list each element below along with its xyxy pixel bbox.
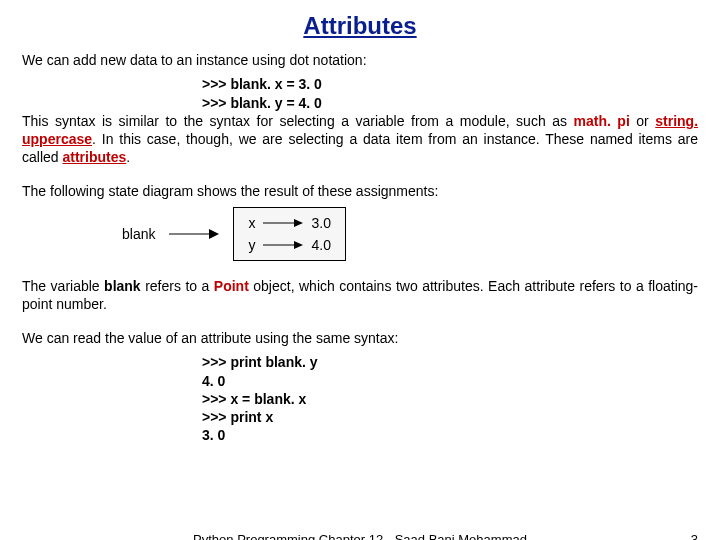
attribute-row: y 4.0 — [248, 236, 330, 254]
svg-marker-1 — [209, 229, 219, 239]
body-paragraph: The variable blank refers to a Point obj… — [22, 277, 698, 313]
state-diagram: blank x 3.0 y 4.0 — [122, 207, 698, 261]
attr-name: y — [248, 236, 255, 254]
attribute-row: x 3.0 — [248, 214, 330, 232]
code-line: 3. 0 — [202, 426, 698, 444]
page-title: Attributes — [22, 10, 698, 41]
svg-marker-3 — [294, 219, 303, 227]
code-line: >>> x = blank. x — [202, 390, 698, 408]
attr-value: 4.0 — [311, 236, 330, 254]
arrow-right-icon — [263, 239, 303, 251]
inline-type: Point — [214, 278, 249, 294]
code-line: >>> blank. y = 4. 0 — [202, 94, 698, 112]
page-number: 3 — [691, 532, 698, 540]
object-box: x 3.0 y 4.0 — [233, 207, 345, 261]
body-paragraph: This syntax is similar to the syntax for… — [22, 112, 698, 167]
diagram-caption: The following state diagram shows the re… — [22, 182, 698, 200]
code-line: >>> print blank. y — [202, 353, 698, 371]
code-line: 4. 0 — [202, 372, 698, 390]
attr-value: 3.0 — [311, 214, 330, 232]
attr-name: x — [248, 214, 255, 232]
footer-text: Python Programming Chapter 12 - Saad Ban… — [193, 532, 527, 540]
text-run: or — [630, 113, 655, 129]
inline-code: math. pi — [573, 113, 629, 129]
inline-var: blank — [104, 278, 141, 294]
code-line: >>> print x — [202, 408, 698, 426]
svg-marker-5 — [294, 241, 303, 249]
diagram-var-label: blank — [122, 225, 155, 243]
text-run: . — [126, 149, 130, 165]
text-run: The variable — [22, 278, 104, 294]
intro-line: We can add new data to an instance using… — [22, 51, 698, 69]
text-run: This syntax is similar to the syntax for… — [22, 113, 573, 129]
code-line: >>> blank. x = 3. 0 — [202, 75, 698, 93]
arrow-right-icon — [169, 226, 219, 242]
arrow-right-icon — [263, 217, 303, 229]
body-paragraph: We can read the value of an attribute us… — [22, 329, 698, 347]
keyword-attributes: attributes — [62, 149, 126, 165]
text-run: refers to a — [141, 278, 214, 294]
